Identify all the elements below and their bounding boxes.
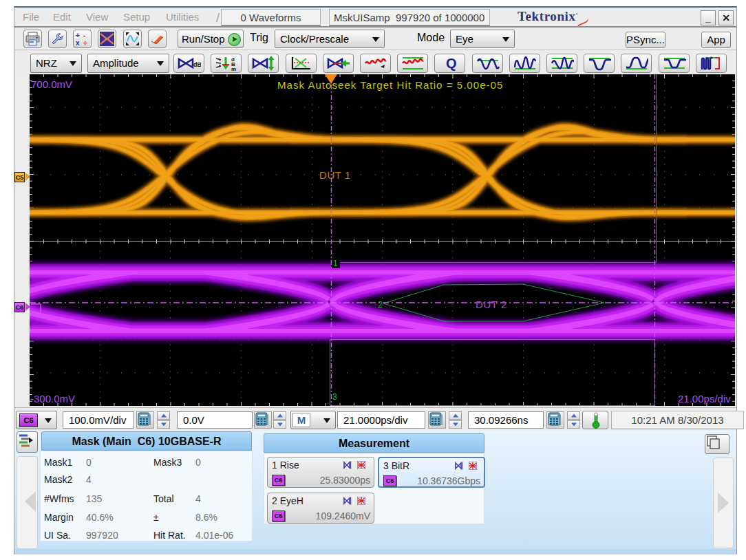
svg-text:DUT 1: DUT 1 (319, 169, 351, 181)
svg-text:2: 2 (378, 300, 383, 310)
svg-text:3: 3 (332, 392, 337, 402)
svg-text:+: + (76, 32, 80, 39)
svg-text:21.00ps/div: 21.00ps/div (678, 393, 731, 405)
svg-text:m: m (231, 66, 236, 71)
svg-text:-: - (83, 32, 85, 39)
svg-text:x: x (76, 39, 80, 46)
svg-text:Q: Q (446, 56, 457, 71)
svg-text:Mask Autoseek Target Hit Ratio: Mask Autoseek Target Hit Ratio = 5.00e-0… (277, 79, 503, 91)
svg-text:÷: ÷ (83, 39, 87, 46)
svg-text:DUT 2: DUT 2 (476, 299, 507, 310)
svg-text:1: 1 (333, 259, 338, 268)
svg-text:700.0mV: 700.0mV (31, 78, 72, 90)
svg-text:dB: dB (193, 61, 201, 68)
svg-text:-300.0mV: -300.0mV (30, 393, 75, 405)
